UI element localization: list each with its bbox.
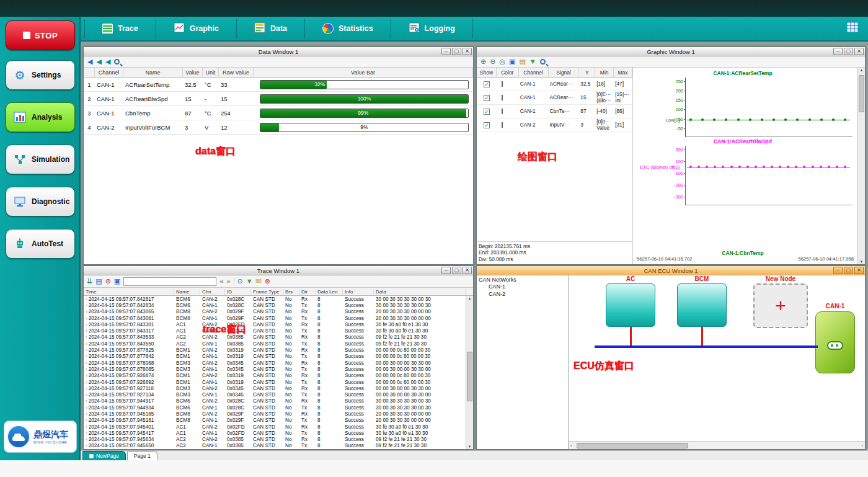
trace-row[interactable]: ›2024-04-15 09:57:07.843550 AC2 CAN-1 0x…: [84, 341, 466, 347]
trace-window-titlebar[interactable]: Trace Window 1 – ▢ ✕: [84, 266, 473, 275]
show-checkbox[interactable]: ✓: [484, 109, 490, 115]
trace-row[interactable]: ›2024-04-15 09:57:07.945181 BCM8 CAN-1 0…: [84, 417, 466, 424]
can-bus-node[interactable]: [815, 311, 855, 373]
scroll-right-icon[interactable]: ›: [859, 443, 865, 448]
trace-row[interactable]: ›2024-04-15 09:57:07.944934 BCM6 CAN-1 0…: [84, 404, 466, 411]
save-icon[interactable]: ▤: [95, 278, 102, 285]
export-icon[interactable]: ✉: [256, 278, 262, 285]
trace-row[interactable]: ›2024-04-15 09:57:07.944917 BCM6 CAN-2 0…: [84, 398, 466, 404]
tab-page1[interactable]: Page 1: [127, 451, 157, 460]
expand-icon[interactable]: ›: [86, 443, 87, 448]
color-swatch[interactable]: [502, 122, 503, 128]
trace-row[interactable]: ›2024-04-15 09:57:07.877842 BCM1 CAN-1 0…: [84, 354, 466, 360]
expand-icon[interactable]: ›: [86, 360, 87, 366]
trace-filter-input[interactable]: [123, 277, 216, 286]
scroll-up-icon[interactable]: ▲: [858, 68, 865, 72]
trace-row[interactable]: ›2024-04-15 09:57:07.927134 BCM3 CAN-1 0…: [84, 391, 466, 398]
expand-icon[interactable]: ›: [86, 430, 87, 436]
expand-icon[interactable]: ›: [86, 411, 87, 417]
color-swatch[interactable]: [502, 81, 503, 87]
scroll-left-icon[interactable]: ‹: [569, 443, 574, 448]
minimize-button[interactable]: –: [833, 48, 843, 55]
search-icon[interactable]: [114, 59, 120, 65]
maximize-button[interactable]: ▢: [452, 267, 461, 274]
expand-icon[interactable]: ›: [86, 367, 87, 372]
zoom-out-icon[interactable]: ⊖: [490, 58, 495, 65]
trace-row[interactable]: ›2024-04-15 09:57:07.843317 AC1 CAN-1 0x…: [84, 328, 466, 334]
sidebar-item-settings[interactable]: ⚙ Settings: [6, 60, 75, 90]
ecu-node-new[interactable]: +: [753, 283, 808, 328]
scroll-thumb[interactable]: [577, 443, 688, 448]
trace-row[interactable]: ›2024-04-15 09:57:07.843301 AC1 CAN-2 0x…: [84, 321, 466, 328]
expand-icon[interactable]: ›: [86, 347, 87, 353]
maximize-button[interactable]: ▢: [452, 48, 461, 55]
trace-row[interactable]: ›2024-04-15 09:57:07.843065 BCM8 CAN-2 0…: [84, 309, 466, 315]
data-row[interactable]: 2 CAN-1 ACReartBlwSpd 15 - 15 100%: [84, 92, 473, 106]
tree-item-can2[interactable]: CAN-2: [479, 290, 568, 298]
signal-row[interactable]: ✓ CAN-2 InputV··· 3 [0]0··· Value [31]: [477, 118, 632, 132]
add-node-icon[interactable]: +: [775, 296, 786, 315]
expand-icon[interactable]: ›: [86, 380, 87, 385]
scroll-down-icon[interactable]: ▼: [858, 260, 865, 264]
minimize-button[interactable]: –: [441, 48, 451, 55]
minimize-button[interactable]: –: [441, 267, 451, 274]
vertical-scrollbar[interactable]: ▲ ▼: [857, 68, 865, 264]
sidebar-item-autotest[interactable]: AutoTest: [6, 229, 75, 259]
trace-row[interactable]: ›2024-04-15 09:57:07.945165 BCM8 CAN-2 0…: [84, 411, 466, 417]
show-checkbox[interactable]: ✓: [484, 81, 490, 87]
scroll-lock-icon[interactable]: ⇊: [87, 278, 92, 285]
signal-row[interactable]: ✓ CAN-1 ACRear··· 32.5 [16] [47]: [477, 78, 632, 91]
close-button[interactable]: ✕: [463, 267, 472, 274]
horizontal-scrollbar[interactable]: ‹ ›: [569, 441, 865, 449]
layout-grid-button[interactable]: [847, 22, 858, 35]
tree-item-can1[interactable]: CAN-1: [479, 283, 568, 290]
trace-row[interactable]: ›2024-04-15 09:57:07.842834 BCM6 CAN-1 0…: [84, 302, 466, 308]
expand-icon[interactable]: ›: [86, 392, 87, 398]
trace-row[interactable]: ›2024-04-15 09:57:07.843533 AC2 CAN-2 0x…: [84, 334, 466, 341]
expand-icon[interactable]: ›: [86, 322, 87, 328]
scroll-thumb[interactable]: [859, 75, 864, 112]
sidebar-item-diagnostic[interactable]: Diagnostic: [6, 187, 75, 216]
record-icon[interactable]: ⊙: [237, 278, 243, 285]
expand-icon[interactable]: ›: [86, 417, 87, 423]
graphic-window-titlebar[interactable]: Graphic Window 1 – ▢ ✕: [477, 47, 865, 56]
expand-icon[interactable]: ›: [86, 424, 87, 430]
expand-icon[interactable]: ›: [86, 437, 87, 442]
expand-icon[interactable]: ›: [86, 303, 87, 308]
select-box-icon[interactable]: ▣: [114, 278, 120, 285]
scroll-thumb[interactable]: [467, 352, 472, 401]
close-button[interactable]: ✕: [854, 48, 864, 55]
scroll-up-icon[interactable]: ▲: [466, 296, 473, 300]
zoom-in-icon[interactable]: ⊕: [480, 58, 486, 65]
color-swatch[interactable]: [502, 109, 503, 115]
toolbar-graphic-button[interactable]: Graphic: [160, 17, 232, 40]
ecu-window-titlebar[interactable]: CAN ECU Window 1 – ▢ ✕: [477, 266, 865, 275]
data-row[interactable]: 1 CAN-1 ACRearSetTemp 32.5 °C 33 32%: [84, 78, 473, 92]
data-window-titlebar[interactable]: Data Window 1 – ▢ ✕: [84, 47, 473, 56]
show-checkbox[interactable]: ✓: [484, 95, 490, 101]
legend-icon[interactable]: ▤: [519, 58, 525, 65]
chevrons-left-icon[interactable]: «: [219, 278, 223, 285]
expand-icon[interactable]: ›: [86, 341, 87, 347]
toolbar-data-button[interactable]: Data: [241, 17, 301, 40]
trace-row[interactable]: ›2024-04-15 09:57:07.945650 AC2 CAN-1 0x…: [84, 443, 466, 449]
signal-tool-icon[interactable]: ◀: [105, 58, 110, 65]
sidebar-item-simulation[interactable]: Simulation: [6, 145, 75, 174]
signal-row[interactable]: ✓ CAN-1 CbnTe··· 87 [-40] [86]: [477, 105, 632, 118]
expand-icon[interactable]: ›: [86, 316, 87, 321]
expand-icon[interactable]: ›: [86, 405, 87, 411]
expand-icon[interactable]: ›: [86, 334, 87, 340]
signal-tool-icon[interactable]: ◀: [96, 58, 101, 65]
trace-row[interactable]: ›2024-04-15 09:57:07.926892 BCM1 CAN-1 0…: [84, 379, 466, 385]
trace-row[interactable]: ›2024-04-15 09:57:07.843081 BCM8 CAN-1 0…: [84, 315, 466, 321]
data-row[interactable]: 3 CAN-1 CbnTemp 87 °C 254 99%: [84, 106, 473, 120]
data-row[interactable]: 4 CAN-2 InputVoltForBCM 3 V 12 9%: [84, 120, 473, 135]
ecu-node-bcm[interactable]: [677, 283, 727, 327]
search-icon[interactable]: [540, 59, 546, 65]
expand-icon[interactable]: ›: [86, 386, 87, 391]
stop-button[interactable]: STOP: [6, 20, 75, 50]
filter-icon[interactable]: ▼: [246, 278, 253, 285]
trace-row[interactable]: ›2024-04-15 09:57:07.945634 AC2 CAN-2 0x…: [84, 437, 466, 443]
chevrons-right-icon[interactable]: »: [226, 278, 230, 285]
expand-icon[interactable]: ›: [86, 309, 87, 314]
